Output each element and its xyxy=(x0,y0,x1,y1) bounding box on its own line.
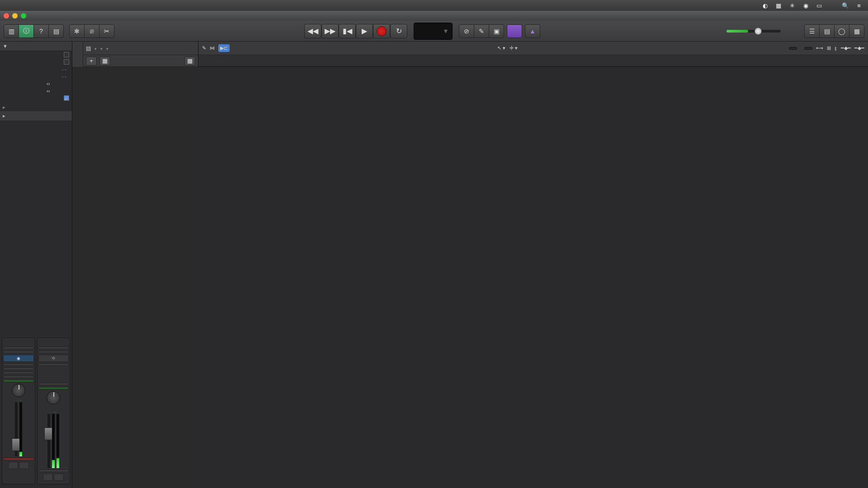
display-icon[interactable]: ▭ xyxy=(816,2,823,9)
zoom-window-button[interactable] xyxy=(21,13,26,19)
tool-automation-icon[interactable]: ✎ xyxy=(202,45,206,51)
ch1-solo[interactable] xyxy=(19,462,29,469)
ch2-mute[interactable] xyxy=(43,474,53,481)
ch2-fader[interactable] xyxy=(38,414,69,468)
ch1-send[interactable] xyxy=(3,367,34,370)
count-in-button[interactable] xyxy=(507,24,522,38)
ch1-db2 xyxy=(19,400,22,401)
ch2-eq[interactable] xyxy=(38,351,69,353)
ch1-setting[interactable] xyxy=(3,347,34,349)
mehr-row[interactable]: ▸ xyxy=(0,103,72,111)
stop-button[interactable]: ▮◀ xyxy=(339,24,356,38)
help-button[interactable]: ? xyxy=(33,24,49,38)
track-add-row: + ▦ ▦ xyxy=(83,55,198,67)
arrange-lanes[interactable] xyxy=(198,67,868,488)
zoom-h-icon[interactable]: ⟷ xyxy=(816,45,823,51)
track-ansicht-menu[interactable] xyxy=(106,45,108,52)
transposition-value[interactable]: ‹› xyxy=(47,81,69,86)
status-icon-3[interactable]: ✳ xyxy=(788,2,796,9)
global-tracks-button[interactable]: ▦ xyxy=(184,56,195,66)
ch1-input[interactable]: ◉ xyxy=(3,355,34,362)
master-volume-slider[interactable] xyxy=(726,30,781,33)
ch1-gruppe[interactable] xyxy=(3,375,34,378)
marquee-tool-icon[interactable]: ✛ ▾ xyxy=(509,45,518,51)
track-bearbeiten-menu[interactable] xyxy=(94,45,97,52)
vertical-zoom-icon[interactable]: ━◆━ xyxy=(854,45,864,51)
inspector-button[interactable]: ⓘ xyxy=(19,24,34,38)
library-button[interactable]: ▥ xyxy=(4,24,19,38)
ch2-gruppe[interactable] xyxy=(38,383,69,385)
verschieben-dropdown[interactable] xyxy=(804,47,812,50)
duplicate-track-button[interactable]: ▦ xyxy=(99,56,110,66)
track-menu-icon[interactable]: ▤ xyxy=(86,45,91,52)
list-editors-button[interactable]: ☰ xyxy=(804,24,820,38)
tool-catch-icon[interactable]: ▶⊏ xyxy=(218,44,230,52)
browser-button[interactable]: ▦ xyxy=(849,24,864,38)
track-funktionen-menu[interactable] xyxy=(100,45,103,52)
search-icon[interactable]: 🔍 xyxy=(842,2,849,9)
toolbar-button[interactable]: ▤ xyxy=(48,24,64,38)
spur-inspector-header[interactable]: ▸ xyxy=(0,111,72,121)
ch1-read[interactable] xyxy=(3,380,34,382)
record-button[interactable] xyxy=(373,24,390,38)
lcd-display[interactable]: ▾ xyxy=(414,23,453,40)
solo-button[interactable]: ▣ xyxy=(489,24,504,38)
mixer-button[interactable]: ⎚ xyxy=(84,24,99,38)
ch2-link[interactable]: ⟲ xyxy=(38,355,69,362)
ch2-solo[interactable] xyxy=(54,474,64,481)
menu-icon[interactable]: ≡ xyxy=(855,2,863,9)
ch2-db2 xyxy=(54,412,57,413)
ch1-audiofx[interactable] xyxy=(3,363,34,366)
status-icon-2[interactable]: ▦ xyxy=(775,2,782,9)
cycle-button[interactable]: ↻ xyxy=(390,24,407,38)
inspector-panel: ▼ - - - - ‹› ‹› ✓ ▸ ▸ ◉ xyxy=(0,42,72,488)
channel-strip-output: ⟲ xyxy=(37,338,71,484)
zoom-fit-icon[interactable]: ⊞ xyxy=(827,45,831,51)
metronome-button[interactable]: ▲ xyxy=(525,24,540,38)
macos-menubar: ◐ ▦ ✳ ◉ ▭ 🔍 ≡ xyxy=(0,0,868,11)
wifi-icon[interactable]: ◉ xyxy=(802,2,809,9)
replace-button[interactable]: ⊘ xyxy=(459,24,474,38)
tool-flex-icon[interactable]: ⋈ xyxy=(210,45,215,51)
play-button[interactable]: ▶ xyxy=(356,24,373,38)
ch2-db1 xyxy=(50,412,53,413)
loops-button[interactable]: ◯ xyxy=(834,24,849,38)
autopunch-button[interactable]: ✎ xyxy=(474,24,489,38)
ch2-bnce[interactable] xyxy=(38,469,69,472)
zoom-v-icon[interactable]: ⫿ xyxy=(835,46,837,51)
ch1-stereo[interactable] xyxy=(3,371,34,374)
loop-checkbox[interactable] xyxy=(64,59,69,65)
add-track-button[interactable]: + xyxy=(86,56,97,66)
channel-strips: ◉ ⟲ xyxy=(0,334,72,488)
timeline-ruler[interactable] xyxy=(198,55,868,67)
waveform-zoom-icon[interactable]: ━◆━ xyxy=(841,45,851,51)
ch2-read[interactable] xyxy=(38,387,69,389)
close-window-button[interactable] xyxy=(4,13,9,19)
mute-checkbox[interactable] xyxy=(64,52,69,57)
window-titlebar xyxy=(0,11,868,21)
ch1-db1 xyxy=(15,400,18,401)
notes-button[interactable]: ▤ xyxy=(819,24,835,38)
main-area: ▼ - - - - ‹› ‹› ✓ ▸ ▸ ◉ xyxy=(0,42,868,488)
ch1-pan-knob[interactable] xyxy=(12,384,25,397)
region-inspector-header[interactable]: ▼ xyxy=(0,42,72,51)
einrasten-dropdown[interactable] xyxy=(789,47,797,50)
smart-controls-button[interactable]: ✻ xyxy=(69,24,85,38)
arrange-area: ✎ ⋈ ▶⊏ ↖ ▾ ✛ ▾ ⟷ ⊞ ⫿ ━◆━ ━◆━ xyxy=(198,42,868,488)
ch1-mute[interactable] xyxy=(8,462,18,469)
feinabstimmen-value[interactable]: ‹› xyxy=(47,88,69,94)
ch1-fader[interactable] xyxy=(3,402,34,456)
forward-button[interactable]: ▶▶ xyxy=(321,24,339,38)
ch1-input-monitor[interactable] xyxy=(3,458,34,460)
minimize-window-button[interactable] xyxy=(12,13,18,19)
ch2-pan-knob[interactable] xyxy=(47,391,60,404)
tempo-checkbox[interactable]: ✓ xyxy=(64,95,69,101)
pointer-tool-icon[interactable]: ↖ ▾ xyxy=(497,45,505,51)
rewind-button[interactable]: ◀◀ xyxy=(304,24,321,38)
arrange-toolbar: ✎ ⋈ ▶⊏ ↖ ▾ ✛ ▾ ⟷ ⊞ ⫿ ━◆━ ━◆━ xyxy=(198,42,868,55)
ch2-setting[interactable] xyxy=(38,347,69,349)
editor-button[interactable]: ✂ xyxy=(99,24,114,38)
ch2-audiofx[interactable] xyxy=(38,363,69,366)
ch1-eq[interactable] xyxy=(3,351,34,353)
status-icon-1[interactable]: ◐ xyxy=(761,2,769,9)
